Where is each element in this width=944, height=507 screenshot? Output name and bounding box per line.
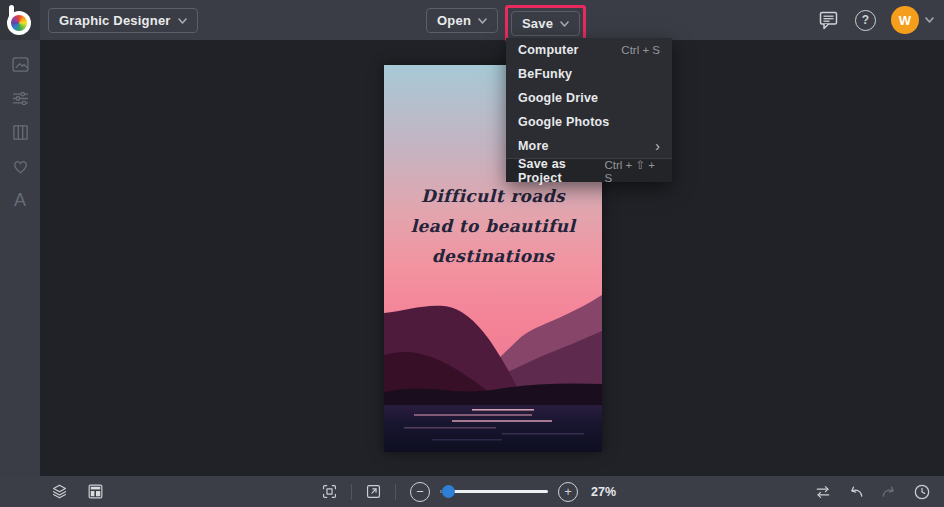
befunky-logo-icon — [7, 5, 33, 35]
chevron-down-icon — [478, 18, 487, 24]
sidebar-item-templates[interactable] — [9, 121, 31, 143]
zoom-slider-handle[interactable] — [442, 485, 455, 498]
sidebar-item-text[interactable]: A — [9, 189, 31, 211]
zoom-out-button[interactable]: − — [410, 482, 430, 502]
layout-manager-button[interactable] — [86, 482, 105, 501]
history-button[interactable] — [912, 482, 932, 502]
menu-item-label: BeFunky — [518, 67, 572, 81]
compare-arrows-icon — [813, 483, 833, 501]
menu-item-shortcut: Ctrl + S — [621, 44, 660, 56]
undo-button[interactable] — [846, 483, 866, 501]
menu-item-shortcut: Ctrl + ⇧ + S — [604, 158, 660, 184]
app-window: Graphic Designer Open Save — [0, 0, 944, 507]
open-button-label: Open — [437, 13, 471, 28]
chevron-right-icon: › — [655, 139, 660, 153]
quote-line-1: Difficult roads — [384, 181, 602, 211]
open-button[interactable]: Open — [426, 8, 498, 33]
save-highlight-annotation: Save — [505, 5, 586, 42]
save-button[interactable]: Save — [511, 11, 580, 36]
open-external-icon — [364, 482, 383, 501]
menu-item-label: More — [518, 139, 549, 153]
zoom-in-button[interactable]: + — [558, 482, 578, 502]
menu-item-computer[interactable]: Computer Ctrl + S — [506, 38, 672, 62]
columns-icon — [10, 122, 31, 143]
chevron-down-icon — [925, 17, 934, 23]
befunky-logo[interactable] — [0, 0, 40, 40]
quote-line-3: destinations — [384, 241, 602, 271]
save-button-label: Save — [522, 16, 553, 31]
image-icon — [10, 54, 31, 75]
user-avatar: W — [891, 6, 919, 34]
help-button[interactable]: ? — [855, 10, 876, 31]
menu-item-label: Google Photos — [518, 115, 610, 129]
undo-arrow-icon — [846, 483, 866, 501]
layers-button[interactable] — [50, 482, 69, 501]
help-question-icon: ? — [855, 10, 876, 31]
mode-selector-button[interactable]: Graphic Designer — [48, 8, 198, 33]
zoom-level-value: 27% — [591, 485, 616, 499]
text-tool-icon: A — [14, 191, 26, 209]
bottom-toolbar: − + 27% — [0, 476, 944, 507]
sidebar-item-graphics[interactable] — [9, 155, 31, 177]
menu-item-label: Google Drive — [518, 91, 598, 105]
canvas-quote-text[interactable]: Difficult roads lead to beautiful destin… — [384, 181, 602, 271]
feedback-button[interactable] — [817, 9, 840, 31]
toolbar-divider — [395, 484, 396, 500]
save-dropdown-menu: Computer Ctrl + S BeFunky Google Drive G… — [506, 38, 672, 182]
mode-selector-label: Graphic Designer — [59, 13, 171, 28]
compare-button[interactable] — [813, 483, 833, 501]
redo-button[interactable] — [879, 483, 899, 501]
chevron-down-icon — [178, 18, 187, 24]
menu-item-google-drive[interactable]: Google Drive — [506, 86, 672, 110]
layout-grid-icon — [86, 482, 105, 501]
fit-to-screen-button[interactable] — [320, 482, 339, 501]
full-preview-button[interactable] — [364, 482, 383, 501]
top-toolbar: Graphic Designer Open Save — [0, 0, 944, 40]
toolbar-divider — [351, 484, 352, 500]
quote-line-2: lead to beautiful — [384, 211, 602, 241]
zoom-slider[interactable] — [440, 490, 548, 493]
menu-item-save-as-project[interactable]: Save as Project Ctrl + ⇧ + S — [506, 158, 672, 182]
fit-screen-icon — [320, 482, 339, 501]
menu-item-google-photos[interactable]: Google Photos — [506, 110, 672, 134]
sidebar-item-image-manager[interactable] — [9, 53, 31, 75]
tools-sidebar: A — [0, 40, 40, 507]
feedback-speech-bubble-icon — [817, 9, 840, 31]
menu-item-label: Save as Project — [518, 157, 604, 185]
heart-icon — [10, 156, 31, 177]
menu-item-more[interactable]: More › — [506, 134, 672, 158]
chevron-down-icon — [560, 21, 569, 27]
sidebar-item-edit[interactable] — [9, 87, 31, 109]
sliders-icon — [10, 88, 31, 109]
menu-item-label: Computer — [518, 43, 579, 57]
menu-item-befunky[interactable]: BeFunky — [506, 62, 672, 86]
account-menu[interactable]: W — [891, 6, 934, 34]
history-clock-icon — [912, 482, 932, 502]
redo-arrow-icon — [879, 483, 899, 501]
layers-icon — [50, 482, 69, 501]
